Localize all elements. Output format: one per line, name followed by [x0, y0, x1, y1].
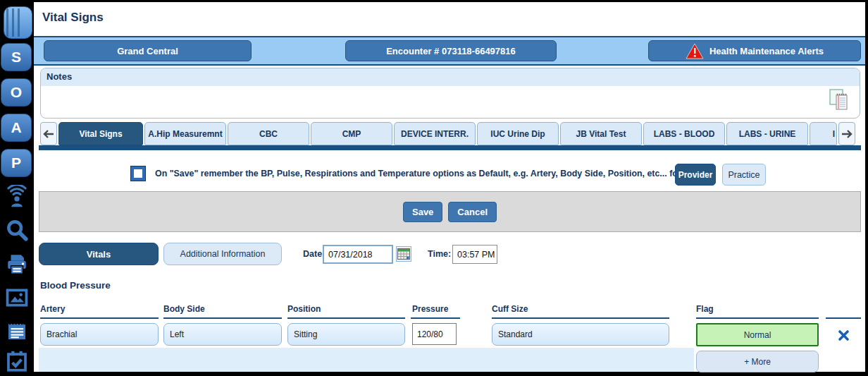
- column-underline: [411, 317, 460, 319]
- vitals-label: Vitals: [87, 249, 111, 260]
- tab-device-interr[interactable]: DEVICE INTERR.: [394, 122, 476, 145]
- panel-toggle-icon[interactable]: [4, 6, 32, 39]
- page-title: Vital Signs: [42, 11, 104, 25]
- column-header-position: Position: [287, 304, 321, 314]
- main-content: Vital Signs Grand Central Encounter # 07…: [34, 2, 865, 372]
- dictation-icon[interactable]: [4, 184, 30, 210]
- flag-normal-button[interactable]: Normal: [696, 323, 819, 346]
- tabbar-underline: [39, 145, 861, 150]
- column-underline: [826, 317, 861, 319]
- alerts-label: Health Maintenance Alerts: [709, 46, 824, 56]
- panel-stripes: [6, 8, 22, 37]
- tab-vital-signs[interactable]: Vital Signs: [58, 122, 143, 145]
- save-button[interactable]: Save: [403, 202, 442, 222]
- tab-label: JB Vital Test: [576, 129, 626, 139]
- column-header-artery: Artery: [40, 304, 65, 314]
- empty-row-highlight: [39, 348, 694, 372]
- scroll-tabs-right-icon[interactable]: [838, 122, 855, 145]
- images-icon[interactable]: [4, 285, 30, 310]
- sidebar-item-plan[interactable]: P: [1, 149, 32, 177]
- time-label: Time:: [428, 249, 451, 259]
- tab-label: CBC: [259, 129, 278, 139]
- column-underline: [492, 317, 669, 319]
- grand-central-button[interactable]: Grand Central: [44, 40, 252, 61]
- encounter-button[interactable]: Encounter # 073118-66497816: [345, 40, 557, 61]
- app-window: S O A P: [0, 0, 868, 376]
- column-underline: [287, 317, 405, 319]
- tab-cmp[interactable]: CMP: [311, 122, 392, 145]
- tab-label: CMP: [342, 129, 361, 139]
- column-header-body-side: Body Side: [163, 304, 205, 314]
- column-underline: [696, 317, 819, 319]
- remember-defaults-checkbox[interactable]: [131, 166, 145, 181]
- column-header-cuff-size: Cuff Size: [492, 304, 528, 314]
- left-sidebar: S O A P: [0, 0, 34, 376]
- tab-partial[interactable]: I: [810, 122, 837, 145]
- tab-label: LABS - BLOOD: [654, 129, 715, 139]
- body-side-select[interactable]: Left: [163, 323, 282, 346]
- column-underline: [40, 317, 159, 319]
- sidebar-item-subjective[interactable]: S: [1, 43, 32, 71]
- calendar-icon[interactable]: [396, 246, 411, 262]
- soap-letter: S: [11, 49, 21, 66]
- flag-more-button[interactable]: + More: [696, 351, 819, 372]
- tab-labs-urine[interactable]: LABS - URINE: [726, 122, 808, 145]
- cuff-size-select[interactable]: Standard: [492, 323, 669, 346]
- search-icon[interactable]: [4, 217, 30, 243]
- tab-vitals[interactable]: Vitals: [39, 243, 159, 265]
- tab-jb-vital-test[interactable]: JB Vital Test: [560, 122, 642, 145]
- practice-button[interactable]: Practice: [722, 164, 766, 186]
- artery-select[interactable]: Brachial: [40, 323, 159, 346]
- save-label: Save: [412, 207, 433, 217]
- soap-letter: O: [11, 84, 22, 101]
- warning-triangle-icon: [686, 43, 704, 59]
- soap-letter: A: [11, 119, 21, 136]
- print-icon[interactable]: [4, 251, 30, 277]
- health-maintenance-alerts-button[interactable]: Health Maintenance Alerts: [648, 40, 861, 61]
- copy-note-icon[interactable]: [824, 87, 850, 116]
- practice-label: Practice: [728, 170, 760, 180]
- tab-label: A.Hip Measuremnt: [148, 129, 222, 139]
- panel-tabbar: Vital Signs A.Hip Measuremnt CBC CMP DEV…: [40, 122, 861, 145]
- tab-labs-blood[interactable]: LABS - BLOOD: [643, 122, 725, 145]
- blood-pressure-section-title: Blood Pressure: [40, 280, 111, 291]
- scroll-tabs-left-icon[interactable]: [40, 122, 57, 145]
- grand-central-label: Grand Central: [117, 46, 178, 56]
- pressure-input[interactable]: 120/80: [412, 323, 457, 345]
- tab-label: Vital Signs: [79, 129, 122, 139]
- tab-cbc[interactable]: CBC: [228, 122, 309, 145]
- remember-defaults-label: On "Save" remember the BP, Pulse, Respir…: [155, 169, 684, 178]
- time-field[interactable]: 03:57 PM: [452, 245, 497, 264]
- tab-label: I: [833, 129, 835, 139]
- provider-button[interactable]: Provider: [675, 164, 716, 186]
- position-select[interactable]: Sitting: [287, 323, 405, 346]
- column-underline: [163, 317, 282, 319]
- tab-label: IUC Urine Dip: [490, 129, 545, 139]
- tab-label: DEVICE INTERR.: [401, 129, 469, 139]
- patient-header-strip: Grand Central Encounter # 073118-6649781…: [34, 36, 865, 66]
- soap-letter: P: [11, 154, 21, 171]
- notes-textarea[interactable]: [41, 86, 860, 119]
- column-header-flag: Flag: [696, 304, 714, 314]
- provider-label: Provider: [678, 170, 713, 180]
- cancel-label: Cancel: [457, 207, 488, 217]
- tasks-calendar-icon[interactable]: [4, 348, 30, 374]
- notes-icon[interactable]: [4, 318, 30, 344]
- sidebar-item-assessment[interactable]: A: [1, 114, 32, 142]
- cancel-button[interactable]: Cancel: [448, 202, 497, 222]
- action-bar: Save Cancel: [39, 191, 861, 232]
- date-label: Date:: [303, 249, 325, 259]
- tab-iuc-urine-dip[interactable]: IUC Urine Dip: [477, 122, 559, 145]
- encounter-label: Encounter # 073118-66497816: [386, 46, 516, 56]
- delete-row-icon[interactable]: [836, 328, 850, 342]
- column-header-pressure: Pressure: [412, 304, 448, 314]
- notes-panel: Notes: [40, 68, 860, 119]
- tab-ahip-measuremnt[interactable]: A.Hip Measuremnt: [144, 122, 226, 145]
- date-field[interactable]: 07/31/2018: [323, 245, 393, 264]
- notes-header: Notes: [41, 68, 860, 86]
- additional-info-label: Additional Information: [180, 249, 266, 259]
- sidebar-item-objective[interactable]: O: [1, 78, 32, 107]
- tab-additional-information[interactable]: Additional Information: [163, 243, 282, 265]
- tab-label: LABS - URINE: [739, 129, 796, 139]
